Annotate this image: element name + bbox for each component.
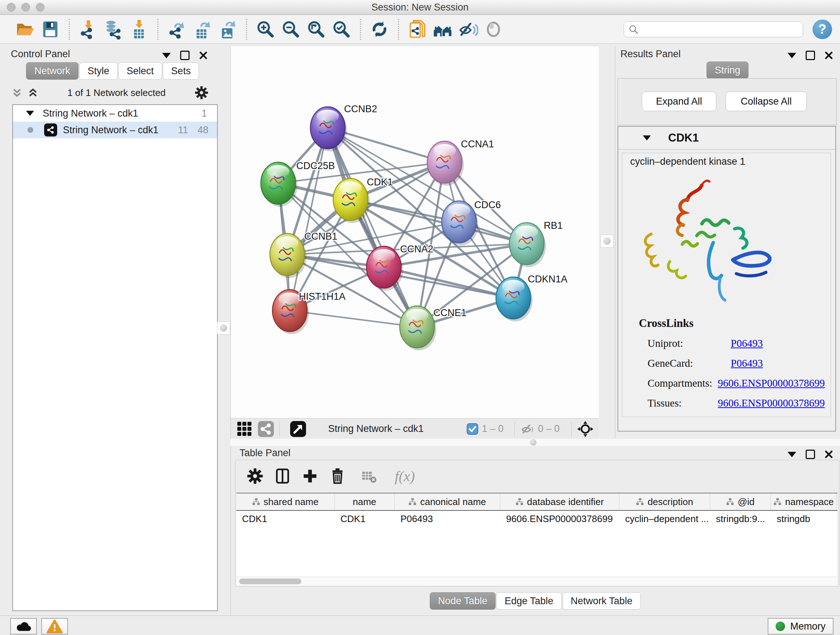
selected-checkbox-icon[interactable] — [467, 423, 478, 435]
memory-button[interactable]: Memory — [767, 618, 834, 635]
table-cell[interactable]: 9606.ENSP00000378699 — [500, 511, 619, 527]
save-session-button[interactable] — [40, 19, 61, 40]
table-horizontal-scrollbar[interactable] — [236, 577, 837, 586]
panel-close-button[interactable] — [824, 450, 833, 459]
network-node-CDK1[interactable]: CDK1 — [333, 177, 393, 223]
open-session-button[interactable] — [14, 19, 35, 40]
gene-section-header[interactable]: CDK1 — [618, 127, 835, 149]
delete-table-button[interactable] — [359, 466, 379, 486]
sphere-toggle-button[interactable] — [483, 19, 504, 40]
column-header-@id[interactable]: @id — [710, 494, 771, 510]
network-node-RB1[interactable]: RB1 — [509, 220, 563, 267]
collapse-all-button[interactable]: Collapse All — [726, 92, 807, 111]
table-cell[interactable]: CDK1 — [335, 511, 395, 527]
table-cell[interactable]: stringdb:9... — [710, 511, 771, 527]
column-header-shared-name[interactable]: shared name — [236, 494, 335, 510]
scrollbar-thumb[interactable] — [239, 578, 302, 584]
delete-column-button[interactable] — [327, 466, 347, 486]
panel-collapse-button[interactable] — [162, 53, 171, 58]
tab-network-table[interactable]: Network Table — [562, 592, 641, 610]
tab-network[interactable]: Network — [26, 62, 79, 80]
hide-graphics-button[interactable] — [458, 19, 478, 40]
gear-icon[interactable] — [194, 85, 209, 100]
close-window-button[interactable] — [7, 3, 16, 11]
import-network-file-button[interactable] — [78, 19, 99, 40]
network-node-CCNE1[interactable]: CCNE1 — [400, 306, 467, 350]
hidden-eye-icon[interactable] — [520, 421, 536, 437]
zoom-window-button[interactable] — [36, 3, 44, 11]
network-node-HIST1H1A[interactable]: HIST1H1A — [272, 290, 346, 334]
column-header-namespace[interactable]: namespace — [771, 494, 837, 510]
table-cell[interactable]: stringdb — [771, 511, 837, 527]
birds-eye-view-icon[interactable] — [290, 421, 306, 437]
panel-collapse-button[interactable] — [788, 452, 796, 457]
panel-float-button[interactable] — [806, 450, 815, 459]
zoom-fit-button[interactable] — [306, 19, 327, 40]
table-row[interactable]: CDK1CDK1P064939606.ENSP00000378699cyclin… — [236, 511, 837, 527]
vertical-splitter[interactable] — [599, 46, 615, 439]
network-node-CCNA2[interactable]: CCNA2 — [366, 244, 433, 291]
function-builder-button[interactable]: f(x) — [387, 466, 423, 486]
show-columns-button[interactable] — [272, 466, 293, 486]
export-image-button[interactable] — [217, 19, 238, 40]
crosslink-link[interactable]: P06493 — [731, 357, 763, 369]
expand-all-chevron-icon[interactable] — [27, 87, 39, 99]
tab-node-table[interactable]: Node Table — [430, 592, 496, 610]
panel-close-button[interactable] — [199, 51, 208, 60]
import-network-database-button[interactable] — [103, 19, 124, 40]
panel-close-button[interactable] — [824, 51, 833, 60]
horizontal-splitter[interactable] — [231, 439, 840, 446]
section-collapse-icon[interactable] — [643, 135, 651, 141]
export-network-button[interactable] — [166, 19, 187, 40]
add-column-button[interactable] — [300, 466, 320, 486]
refresh-button[interactable] — [369, 19, 390, 40]
network-node-CDKN1A[interactable]: CDKN1A — [496, 274, 568, 321]
network-node-label: CCNA2 — [400, 244, 433, 255]
left-splitter-handle[interactable] — [217, 321, 230, 334]
panel-float-button[interactable] — [806, 51, 815, 60]
tab-edge-table[interactable]: Edge Table — [496, 592, 562, 610]
table-cell[interactable]: P06493 — [395, 511, 500, 527]
string-network-graph[interactable]: CCNB2CCNA1CDC25BCDK1CDC6RB1CCNB1CCNA2CDK… — [231, 46, 599, 418]
tab-select[interactable]: Select — [118, 62, 162, 80]
column-header-description[interactable]: description — [619, 494, 710, 510]
minimize-window-button[interactable] — [21, 3, 30, 11]
tree-expand-icon[interactable] — [26, 111, 34, 116]
export-table-button[interactable] — [192, 19, 213, 40]
network-row-selected[interactable]: String Network – cdk1 11 48 — [13, 122, 217, 138]
network-collection-row[interactable]: String Network – cdk1 1 — [13, 105, 217, 122]
network-canvas[interactable]: CCNB2CCNA1CDC25BCDK1CDC6RB1CCNB1CCNA2CDK… — [231, 46, 599, 418]
search-input[interactable] — [624, 21, 803, 37]
column-header-database-identifier[interactable]: database identifier — [500, 494, 619, 510]
zoom-out-button[interactable] — [280, 19, 302, 40]
collapse-all-chevron-icon[interactable] — [11, 87, 23, 99]
string-document-button[interactable] — [407, 19, 428, 40]
panel-collapse-button[interactable] — [788, 53, 796, 58]
column-header-canonical-name[interactable]: canonical name — [395, 494, 500, 510]
zoom-in-button[interactable] — [255, 19, 276, 40]
tab-style[interactable]: Style — [79, 62, 118, 80]
table-settings-button[interactable] — [245, 466, 265, 486]
table-cell[interactable]: cyclin–dependent ... — [619, 511, 710, 527]
warning-button[interactable] — [41, 618, 68, 635]
grid-view-icon[interactable] — [237, 421, 253, 437]
expand-all-button[interactable]: Expand All — [642, 92, 716, 111]
string-home-button[interactable] — [432, 19, 453, 40]
tab-string[interactable]: String — [706, 62, 749, 79]
crosslink-link[interactable]: P06493 — [731, 337, 763, 349]
table-cell[interactable]: CDK1 — [236, 511, 335, 527]
help-button[interactable]: ? — [813, 19, 832, 39]
panel-float-button[interactable] — [180, 51, 189, 60]
node-table[interactable]: shared namenamecanonical namedatabase id… — [236, 493, 837, 578]
network-node-CDC6[interactable]: CDC6 — [442, 200, 501, 245]
column-header-name[interactable]: name — [335, 494, 395, 510]
network-share-icon[interactable] — [257, 421, 274, 437]
crosslink-link[interactable]: 9606.ENSP00000378699 — [718, 397, 825, 409]
import-table-button[interactable] — [128, 19, 149, 40]
crosslink-link[interactable]: 9606.ENSP00000378699 — [718, 377, 825, 389]
cloud-button[interactable] — [10, 618, 37, 635]
tab-sets[interactable]: Sets — [163, 62, 199, 80]
fit-content-crosshair-icon[interactable] — [576, 420, 594, 438]
network-node-CCNB2[interactable]: CCNB2 — [310, 103, 377, 151]
zoom-selected-button[interactable] — [331, 19, 352, 40]
